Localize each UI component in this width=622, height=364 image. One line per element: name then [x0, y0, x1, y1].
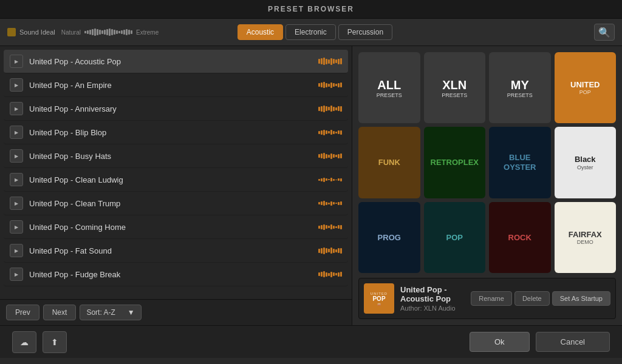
next-button[interactable]: Next [43, 305, 77, 320]
preset-meter [318, 105, 342, 112]
preset-name: United Pop - Clean Trump [29, 199, 312, 208]
kit-label-line1: RETROPLEX [431, 158, 479, 167]
kit-item-fairfax[interactable]: FAIRFAXDEMO [555, 202, 617, 273]
preset-item[interactable]: United Pop - Acoustic Pop [4, 50, 348, 73]
preset-name: United Pop - Blip Blop [29, 128, 312, 137]
top-bar: Sound Ideal Natural Extreme Acoustic Ele… [0, 19, 622, 46]
cloud-button[interactable]: ☁ [12, 331, 36, 353]
preset-name: United Pop - Anniversary [29, 104, 312, 113]
preset-meter [318, 152, 342, 160]
preset-name: United Pop - An Empire [29, 81, 312, 90]
bottom-actions: Ok Cancel [470, 332, 610, 352]
preset-name: United Pop - Acoustic Pop [29, 57, 312, 66]
selected-preset-title: United Pop - Acoustic Pop [400, 285, 465, 303]
kit-item-pop[interactable]: POP [424, 202, 486, 273]
play-button[interactable] [10, 149, 23, 163]
search-button[interactable]: 🔍 [594, 24, 615, 41]
filter-percussion[interactable]: Percussion [338, 24, 392, 40]
delete-button[interactable]: Delete [514, 291, 550, 306]
kit-item-prog[interactable]: PROG [358, 202, 420, 273]
play-button[interactable] [10, 197, 23, 210]
sound-ideal-icon [7, 28, 16, 36]
preset-item[interactable]: United Pop - Clean Trump [4, 192, 348, 215]
preset-meter [318, 200, 342, 207]
kit-item-all[interactable]: ALLPRESETS [358, 52, 420, 123]
app-title: PRESET BROWSER [268, 5, 354, 13]
kit-item-rock[interactable]: ROCK [489, 202, 551, 273]
kit-label-line2: PRESETS [442, 92, 467, 98]
preset-name: United Pop - Coming Home [29, 223, 312, 232]
preset-meter [318, 247, 342, 254]
sound-ideal-label: Sound Ideal [19, 29, 55, 36]
play-button[interactable] [10, 244, 23, 257]
kit-label-line1: POP [446, 233, 463, 243]
preset-name: United Pop - Busy Hats [29, 152, 312, 161]
list-footer: Prev Next Sort: A-Z ▼ [0, 299, 352, 325]
preset-meter [318, 223, 342, 231]
kit-item-united-pop[interactable]: UNITEDPOP [555, 52, 617, 123]
preset-name: United Pop - Clean Ludwig [29, 175, 312, 184]
search-icon: 🔍 [598, 27, 610, 38]
preset-list-panel: United Pop - Acoustic PopUnited Pop - An… [0, 46, 352, 325]
preset-meter [318, 271, 342, 278]
kit-item-blue-oyster[interactable]: BLUE OYSTER [489, 127, 551, 198]
tone-slider[interactable]: Natural Extreme [61, 28, 231, 36]
prev-button[interactable]: Prev [6, 305, 39, 320]
info-actions: Rename Delete Set As Startup [471, 291, 610, 306]
kit-label-line2: PRESETS [377, 92, 402, 98]
share-icon: ⬆ [51, 337, 58, 347]
play-button[interactable] [10, 220, 23, 234]
filter-buttons: Acoustic Electronic Percussion [238, 24, 392, 40]
kit-label-line1: XLN [442, 78, 467, 92]
kit-label-line1: FUNK [378, 158, 400, 167]
play-button[interactable] [10, 78, 23, 92]
sound-ideal-control: Sound Ideal [7, 28, 55, 36]
preset-item[interactable]: United Pop - Busy Hats [4, 144, 348, 168]
ok-button[interactable]: Ok [470, 332, 530, 352]
preset-item[interactable]: United Pop - An Empire [4, 73, 348, 97]
preset-item[interactable]: United Pop - Clean Ludwig [4, 168, 348, 192]
filter-acoustic[interactable]: Acoustic [238, 24, 283, 40]
play-button[interactable] [10, 173, 23, 186]
selected-kit-thumb: UNITED POP 🥁 [364, 283, 394, 314]
play-button[interactable] [10, 102, 23, 115]
preset-name: United Pop - Fat Sound [29, 246, 312, 255]
selected-preset-details: United Pop - Acoustic Pop Author: XLN Au… [400, 285, 465, 312]
preset-name: United Pop - Fudge Break [29, 270, 312, 279]
sort-dropdown[interactable]: Sort: A-Z ▼ [80, 305, 141, 320]
kit-label-line2: POP [570, 89, 600, 95]
kit-label-line1: PROG [378, 233, 401, 243]
share-button[interactable]: ⬆ [43, 331, 67, 353]
play-button[interactable] [10, 55, 23, 68]
cloud-icon: ☁ [20, 337, 29, 347]
rename-button[interactable]: Rename [471, 291, 512, 306]
preset-item[interactable]: United Pop - Blip Blop [4, 121, 348, 144]
kit-item-retroplex[interactable]: RETROPLEX [424, 127, 486, 198]
kit-item-xln[interactable]: XLNPRESETS [424, 52, 486, 123]
preset-item[interactable]: United Pop - Anniversary [4, 97, 348, 121]
preset-item[interactable]: United Pop - Coming Home [4, 215, 348, 239]
play-button[interactable] [10, 268, 23, 281]
kit-item-funk[interactable]: FUNK [358, 127, 420, 198]
kit-label-line2: PRESETS [507, 92, 533, 98]
natural-label: Natural [61, 29, 81, 36]
kit-label-line2: DEMO [569, 239, 602, 245]
preset-item[interactable]: United Pop - Fat Sound [4, 239, 348, 263]
set-startup-button[interactable]: Set As Startup [552, 291, 610, 306]
kit-label-line1: FAIRFAX [569, 230, 602, 240]
extreme-label: Extreme [136, 29, 159, 36]
filter-electronic[interactable]: Electronic [285, 24, 336, 40]
preset-list: United Pop - Acoustic PopUnited Pop - An… [0, 46, 352, 299]
kit-label-line1: BLUE OYSTER [493, 153, 547, 172]
info-bar: UNITED POP 🥁 United Pop - Acoustic Pop A… [358, 278, 616, 319]
play-button[interactable] [10, 126, 23, 139]
header-bar: PRESET BROWSER [0, 0, 622, 19]
cancel-button[interactable]: Cancel [536, 332, 610, 352]
preset-meter [318, 176, 342, 183]
kit-label-line1: UNITED [570, 80, 600, 90]
preset-meter [318, 129, 342, 136]
preset-item[interactable]: United Pop - Fudge Break [4, 263, 348, 286]
preset-meter [318, 81, 342, 89]
kit-item-black-oyster[interactable]: BlackOyster [555, 127, 617, 198]
kit-item-my[interactable]: MYPRESETS [489, 52, 551, 123]
